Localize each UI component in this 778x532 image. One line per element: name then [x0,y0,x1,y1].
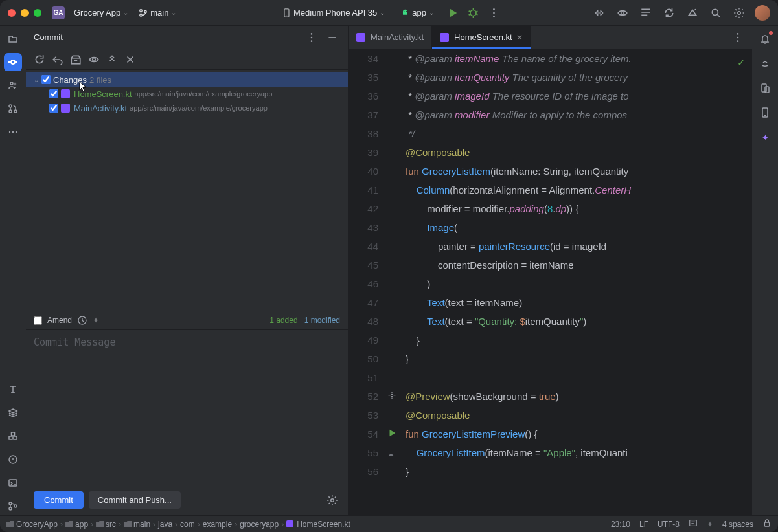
commit-actions: Commit Commit and Push... [26,485,348,515]
emulator-tool[interactable] [756,104,774,122]
run-config-selector[interactable]: app ⌄ [395,5,439,20]
device-manager-tool[interactable] [756,79,774,97]
changes-checkbox[interactable] [41,75,51,84]
inspection-ok-icon[interactable]: ✓ [737,53,746,72]
panel-options-icon[interactable] [304,30,319,45]
commit-button[interactable]: Commit [34,491,84,509]
svg-point-16 [14,83,16,85]
sync-icon[interactable] [661,5,677,21]
status-bar: GroceryApp›app›src›main›java›com›example… [0,515,778,532]
pull-requests-tool[interactable] [4,100,22,118]
close-window[interactable] [8,9,16,17]
code-with-me-icon[interactable] [591,5,607,21]
rollback-icon[interactable] [52,54,63,65]
tab-options-icon[interactable] [730,30,746,45]
branch-selector[interactable]: main ⌄ [133,5,181,20]
amend-checkbox[interactable] [34,316,42,325]
gradle-tool[interactable] [756,54,774,72]
more-actions[interactable] [486,5,501,21]
svg-point-41 [391,394,393,397]
commit-tool[interactable] [4,53,22,71]
svg-point-13 [738,11,741,14]
people-tool[interactable] [4,76,22,94]
file-checkbox[interactable] [49,89,58,98]
more-tools[interactable] [4,123,22,141]
svg-point-29 [9,507,12,510]
svg-point-31 [311,33,313,35]
file-name: HomeScreen.kt [74,89,132,99]
diff-icon[interactable] [88,54,100,65]
kotlin-icon [356,33,365,42]
updates-icon[interactable] [685,5,700,21]
run-button[interactable] [444,5,460,21]
device-selector[interactable]: Medium Phone API 35 ⌄ [277,5,390,20]
svg-point-37 [331,498,334,502]
cursor-position[interactable]: 23:10 [611,520,630,529]
terminal-tool[interactable] [4,474,22,492]
file-row-homescreen[interactable]: HomeScreen.kt app/src/main/java/com/exam… [26,87,348,101]
line-gutter: 3435363738394041424344454647484950515253… [349,49,387,515]
ai-assistant-tool[interactable]: ✦ [756,128,774,146]
hide-panel-icon[interactable] [325,30,340,45]
project-tool[interactable] [4,30,22,48]
tab-mainactivity[interactable]: MainActivity.kt [349,26,432,49]
file-row-mainactivity[interactable]: MainActivity.kt app/src/main/java/com/ex… [26,101,348,115]
code-content[interactable]: * @param itemName The name of the grocer… [402,49,752,515]
text-tool[interactable] [4,381,22,399]
ai-status-icon[interactable]: ✦ [707,520,713,529]
user-avatar[interactable] [755,5,770,21]
svg-point-10 [493,16,495,17]
structure-icon[interactable] [638,5,654,21]
editor-area: MainActivity.kt HomeScreen.kt ✕ 34353637… [349,26,752,515]
search-action-icon[interactable] [615,5,630,21]
vcs-tool[interactable] [4,497,22,515]
changelist-icon[interactable] [124,54,136,65]
tab-homescreen[interactable]: HomeScreen.kt ✕ [432,26,531,49]
line-separator[interactable]: LF [639,520,648,529]
build-tool[interactable] [4,427,22,445]
readonly-icon[interactable] [689,518,698,529]
commit-message-area [26,329,348,485]
maximize-window[interactable] [34,9,41,17]
ai-icon[interactable]: ✦ [93,316,99,325]
shelve-icon[interactable] [70,54,82,65]
expand-icon[interactable]: ⌄ [34,76,39,83]
resources-tool[interactable] [4,404,22,422]
encoding[interactable]: UTF-8 [658,520,680,529]
commit-panel-header: Commit [26,26,348,49]
notifications-tool[interactable] [756,30,774,48]
chevron-down-icon: ⌄ [171,9,176,16]
kotlin-icon [440,33,449,42]
svg-point-0 [140,9,143,12]
group-icon[interactable] [106,54,118,65]
minimize-window[interactable] [21,9,29,17]
commit-message-input[interactable] [34,337,340,478]
lock-icon[interactable] [762,518,772,529]
indent-info[interactable]: 4 spaces [722,520,753,529]
history-icon[interactable] [77,315,87,326]
svg-rect-25 [12,432,15,436]
settings-icon[interactable] [731,5,747,21]
commit-settings-icon[interactable] [325,493,340,508]
problems-tool[interactable] [4,450,22,469]
changes-node[interactable]: ⌄ Changes 2 files [26,72,348,87]
svg-rect-42 [762,84,766,92]
file-path: app/src/main/java/com/example/groceryapp [135,90,273,98]
code-editor[interactable]: 3435363738394041424344454647484950515253… [349,49,752,515]
changes-label: Changes [53,75,87,85]
right-tool-rail: ✦ [752,26,778,515]
svg-point-35 [93,58,96,61]
file-checkbox[interactable] [49,104,58,113]
svg-point-39 [737,36,739,38]
breadcrumbs[interactable]: GroceryApp›app›src›main›java›com›example… [6,520,350,529]
debug-button[interactable] [465,5,481,21]
svg-point-7 [470,10,476,16]
project-selector[interactable]: Grocery App ⌄ [69,5,133,20]
tab-label: MainActivity.kt [371,32,424,42]
refresh-icon[interactable] [34,54,45,65]
svg-point-19 [14,110,17,113]
commit-push-button[interactable]: Commit and Push... [89,491,181,509]
close-tab-icon[interactable]: ✕ [516,33,523,42]
search-icon[interactable] [708,5,724,21]
svg-point-28 [9,502,12,505]
